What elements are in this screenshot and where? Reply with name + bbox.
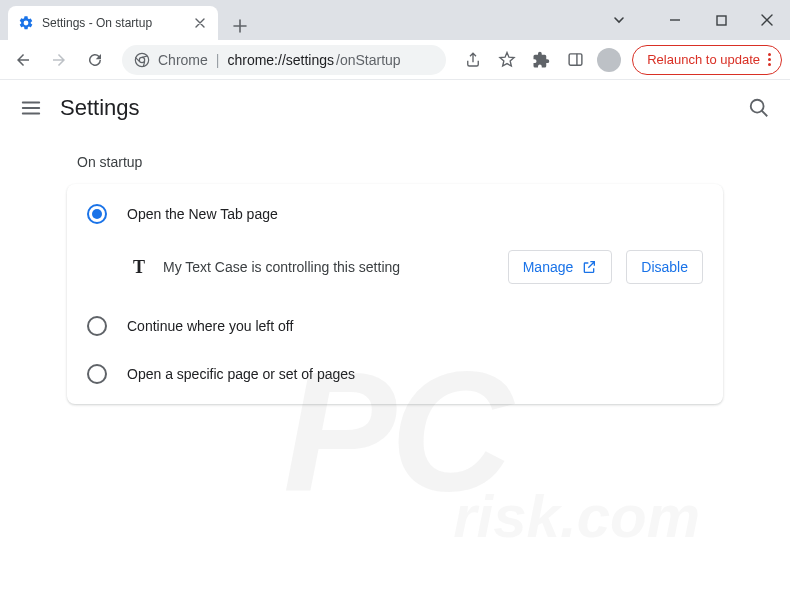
settings-card: Open the New Tab page T My Text Case is … — [67, 184, 723, 404]
forward-button — [44, 45, 74, 75]
extension-notice-text: My Text Case is controlling this setting — [163, 259, 494, 275]
browser-tab[interactable]: Settings - On startup — [8, 6, 218, 40]
option-new-tab-page[interactable]: Open the New Tab page — [67, 190, 723, 238]
window-minimize-button[interactable] — [652, 4, 698, 36]
manage-button[interactable]: Manage — [508, 250, 613, 284]
external-link-icon — [581, 259, 597, 275]
side-panel-icon[interactable] — [560, 45, 590, 75]
browser-toolbar: Chrome | chrome://settings/onStartup Rel… — [0, 40, 790, 80]
new-tab-button[interactable] — [226, 12, 254, 40]
page-title: Settings — [60, 95, 140, 121]
chrome-icon — [134, 52, 150, 68]
search-icon[interactable] — [748, 97, 770, 119]
svg-point-4 — [751, 100, 764, 113]
menu-dots-icon — [768, 53, 771, 66]
back-button[interactable] — [8, 45, 38, 75]
radio-icon[interactable] — [87, 316, 107, 336]
reload-button[interactable] — [80, 45, 110, 75]
extension-icon: T — [129, 257, 149, 277]
disable-button[interactable]: Disable — [626, 250, 703, 284]
profile-avatar[interactable] — [594, 45, 624, 75]
extensions-icon[interactable] — [526, 45, 556, 75]
share-icon[interactable] — [458, 45, 488, 75]
bookmark-icon[interactable] — [492, 45, 522, 75]
option-continue[interactable]: Continue where you left off — [67, 302, 723, 350]
page-content: Settings On startup Open the New Tab pag… — [0, 80, 790, 611]
svg-point-2 — [139, 57, 144, 62]
extension-control-notice: T My Text Case is controlling this setti… — [67, 238, 723, 302]
avatar-icon — [597, 48, 621, 72]
section-label: On startup — [77, 154, 723, 170]
svg-rect-3 — [569, 54, 582, 65]
window-titlebar: Settings - On startup — [0, 0, 790, 40]
relaunch-button[interactable]: Relaunch to update — [632, 45, 782, 75]
window-close-button[interactable] — [744, 4, 790, 36]
relaunch-label: Relaunch to update — [647, 52, 760, 67]
option-label: Continue where you left off — [127, 318, 293, 334]
option-label: Open a specific page or set of pages — [127, 366, 355, 382]
url-text: Chrome | chrome://settings/onStartup — [158, 52, 401, 68]
option-specific-pages[interactable]: Open a specific page or set of pages — [67, 350, 723, 398]
chevron-down-icon[interactable] — [596, 4, 642, 36]
tab-title: Settings - On startup — [42, 16, 184, 30]
on-startup-section: On startup Open the New Tab page T My Te… — [55, 154, 735, 404]
svg-rect-0 — [717, 16, 726, 25]
radio-selected-icon[interactable] — [87, 204, 107, 224]
settings-header: Settings — [0, 80, 790, 136]
window-maximize-button[interactable] — [698, 4, 744, 36]
close-icon[interactable] — [192, 15, 208, 31]
option-label: Open the New Tab page — [127, 206, 278, 222]
gear-icon — [18, 15, 34, 31]
hamburger-icon[interactable] — [20, 97, 42, 119]
radio-icon[interactable] — [87, 364, 107, 384]
address-bar[interactable]: Chrome | chrome://settings/onStartup — [122, 45, 446, 75]
